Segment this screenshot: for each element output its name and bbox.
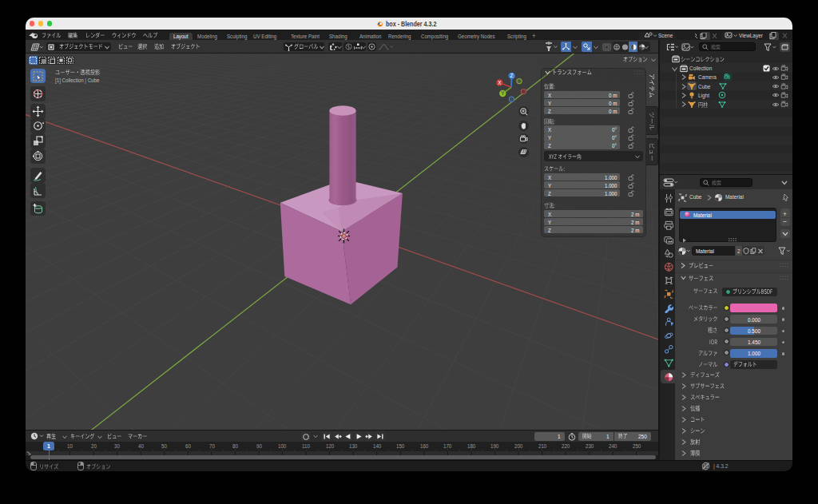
svg-text:X: X (498, 80, 502, 85)
svg-text:Z: Z (510, 73, 514, 78)
svg-text:Y: Y (501, 90, 505, 96)
